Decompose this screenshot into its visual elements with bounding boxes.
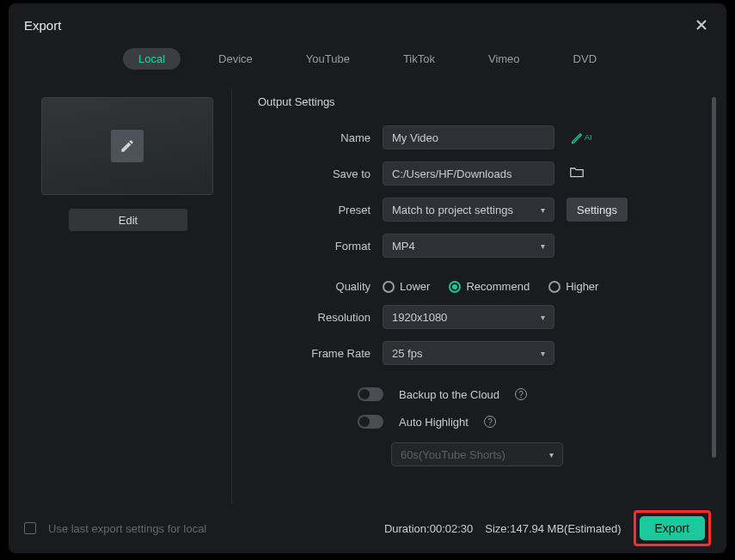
- chevron-down-icon: ▾: [541, 241, 545, 251]
- ai-title-button[interactable]: AI: [570, 131, 592, 144]
- quality-recommend[interactable]: Recommend: [449, 280, 530, 293]
- export-dialog: Export Local Device YouTube TikTok Vimeo…: [9, 3, 726, 553]
- preset-value: Match to project settings: [392, 204, 513, 216]
- pencil-icon: [111, 130, 144, 162]
- scrollbar[interactable]: [712, 97, 716, 458]
- resolution-select[interactable]: 1920x1080 ▾: [383, 305, 554, 329]
- dialog-title: Export: [24, 18, 61, 33]
- footer: Use last export settings for local Durat…: [9, 503, 726, 553]
- label-frame-rate: Frame Rate: [258, 347, 383, 360]
- save-to-input[interactable]: C:/Users/HF/Downloads: [383, 161, 554, 186]
- tab-vimeo[interactable]: Vimeo: [473, 48, 536, 70]
- preset-settings-button[interactable]: Settings: [567, 198, 628, 222]
- settings-panel: Output Settings Name My Video AI Save to…: [232, 88, 718, 503]
- pencil-ai-icon: [570, 131, 584, 144]
- chevron-down-icon: ▾: [549, 450, 554, 460]
- tab-bar: Local Device YouTube TikTok Vimeo DVD: [9, 43, 726, 80]
- export-button[interactable]: Export: [640, 516, 705, 540]
- preset-select[interactable]: Match to project settings ▾: [383, 198, 554, 222]
- size-stat: Size:147.94 MB(Estimated): [485, 522, 621, 535]
- frame-rate-select[interactable]: 25 fps ▾: [383, 341, 554, 365]
- chevron-down-icon: ▾: [541, 313, 545, 322]
- browse-folder-button[interactable]: [570, 166, 584, 181]
- video-preview[interactable]: [41, 97, 213, 195]
- preview-panel: Edit: [17, 88, 232, 503]
- label-format: Format: [258, 240, 383, 253]
- backup-help-button[interactable]: ?: [515, 388, 527, 400]
- tab-device[interactable]: Device: [203, 48, 268, 70]
- format-select[interactable]: MP4 ▾: [383, 234, 554, 258]
- tab-local[interactable]: Local: [123, 48, 181, 70]
- quality-lower[interactable]: Lower: [383, 280, 430, 293]
- duration-stat: Duration:00:02:30: [384, 522, 473, 535]
- highlight-help-button[interactable]: ?: [484, 416, 496, 428]
- edit-button[interactable]: Edit: [69, 209, 187, 231]
- auto-highlight-toggle[interactable]: [358, 415, 383, 429]
- quality-higher[interactable]: Higher: [548, 280, 598, 293]
- chevron-down-icon: ▾: [541, 349, 545, 358]
- close-icon: [695, 19, 707, 31]
- backup-cloud-label: Backup to the Cloud: [399, 388, 499, 401]
- close-button[interactable]: [692, 15, 711, 34]
- backup-cloud-toggle[interactable]: [358, 387, 383, 401]
- frame-rate-value: 25 fps: [392, 347, 422, 360]
- label-preset: Preset: [258, 204, 383, 216]
- export-highlight: Export: [634, 510, 711, 546]
- tab-youtube[interactable]: YouTube: [291, 48, 365, 70]
- use-last-settings-label: Use last export settings for local: [48, 522, 206, 535]
- dialog-body: Edit Output Settings Name My Video AI Sa…: [9, 80, 726, 503]
- folder-icon: [570, 166, 584, 178]
- auto-highlight-label: Auto Highlight: [399, 416, 469, 429]
- label-resolution: Resolution: [258, 311, 383, 324]
- titlebar: Export: [9, 3, 726, 43]
- name-input[interactable]: My Video: [383, 125, 554, 149]
- resolution-value: 1920x1080: [392, 311, 447, 324]
- tab-dvd[interactable]: DVD: [558, 48, 612, 70]
- quality-radio-group: Lower Recommend Higher: [383, 280, 598, 293]
- chevron-down-icon: ▾: [541, 205, 545, 215]
- section-title: Output Settings: [258, 95, 697, 108]
- label-quality: Quality: [258, 280, 383, 293]
- highlight-preset-value: 60s(YouTube Shorts): [401, 448, 505, 461]
- format-value: MP4: [392, 240, 415, 253]
- tab-tiktok[interactable]: TikTok: [388, 48, 450, 70]
- label-save-to: Save to: [258, 167, 383, 180]
- highlight-preset-select: 60s(YouTube Shorts) ▾: [391, 442, 563, 466]
- label-name: Name: [258, 131, 383, 144]
- use-last-settings-checkbox[interactable]: [24, 522, 36, 534]
